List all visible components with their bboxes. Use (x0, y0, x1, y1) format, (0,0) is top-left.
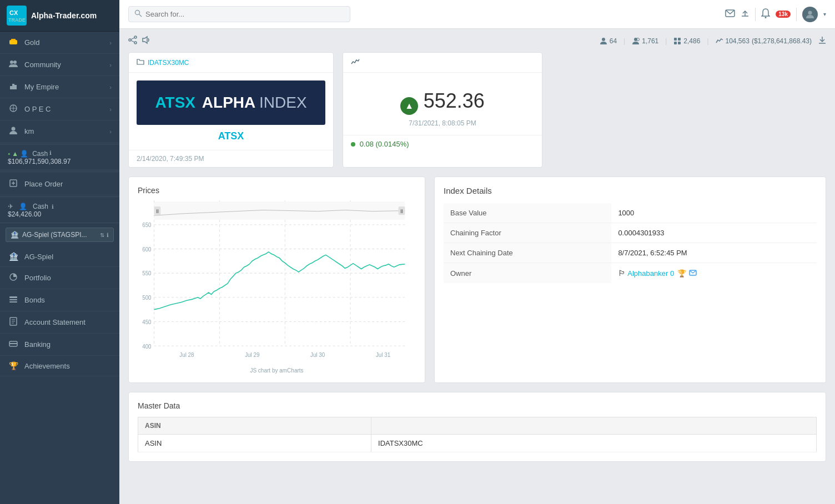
sidebar-item-achievements-label: Achievements (24, 362, 112, 370)
upload-topbar-icon[interactable] (741, 9, 750, 20)
empire-icon (8, 82, 19, 92)
details-val-next-chaining: 8/7/2021, 6:52:45 PM (611, 243, 817, 263)
svg-point-4 (10, 61, 13, 64)
master-data-table: ASIN ASIN IDATSX30MC (138, 417, 817, 452)
account-name: AG-Spiel (STAGSPI... (22, 231, 98, 239)
sidebar-item-banking-label: Banking (24, 340, 112, 349)
sidebar-item-opec[interactable]: O P E C › (0, 98, 119, 120)
details-val-chaining: 0.0004301933 (611, 223, 817, 243)
sidebar-item-place-order[interactable]: Place Order (0, 173, 119, 195)
svg-rect-8 (14, 85, 17, 89)
svg-point-26 (135, 11, 140, 15)
notification-badge[interactable]: 13k (776, 11, 791, 18)
user-dropdown-icon[interactable]: ▾ (823, 11, 826, 17)
action-bar: 64 | 1,761 | 2,486 | 104,563 ($1,278,641… (128, 36, 826, 47)
sidebar-item-account-statement[interactable]: Account Statement (0, 311, 119, 334)
person-icon-2: 👤 (19, 203, 27, 210)
stat-users-value: 64 (610, 37, 617, 45)
sidebar-divider-3 (0, 196, 119, 197)
achievements-icon: 🏆 (8, 361, 19, 370)
topbar-divider (755, 8, 756, 21)
svg-point-12 (12, 127, 16, 131)
sidebar-item-ag-spiel-label: AG-Spiel (24, 253, 112, 261)
index-folder-link[interactable]: IDATSX30MC (148, 59, 189, 67)
svg-point-5 (13, 61, 17, 64)
action-left (128, 36, 150, 47)
owner-link[interactable]: Alphabanker 0 (627, 269, 674, 278)
sidebar-item-km-label: km (24, 127, 109, 135)
user-avatar[interactable] (802, 7, 818, 22)
app-name: Alpha-Trader.com (31, 11, 97, 20)
index-logo-alpha: ALPHA (202, 94, 255, 111)
sidebar-item-community[interactable]: Community › (0, 54, 119, 76)
place-order-icon (8, 179, 19, 189)
portfolio-icon (8, 273, 19, 283)
logo-icon: CX TRADER (7, 6, 27, 26)
stat-transactions-value: 104,563 (726, 37, 750, 45)
topbar-right: 13k ▾ (725, 7, 826, 22)
svg-point-31 (765, 17, 767, 18)
account-statement-icon (8, 317, 19, 327)
sound-icon[interactable] (142, 36, 150, 47)
stat-network: 2,486 (673, 37, 700, 45)
cash-label: Cash (32, 150, 48, 158)
airplane-icon: ✈ (8, 203, 13, 210)
account-icon: 🏦 (11, 231, 19, 239)
details-card: Index Details Base Value 1000 Chaining F… (434, 177, 826, 383)
mail-topbar-icon[interactable] (725, 9, 735, 19)
svg-rect-7 (12, 84, 14, 89)
cash-amount-2: $24,426.00 (8, 210, 112, 218)
trophy-icon: 🏆 (677, 269, 686, 278)
sidebar-item-bonds[interactable]: Bonds (0, 289, 119, 311)
empire-arrow-icon: › (109, 84, 112, 90)
account-info-icon[interactable]: ℹ (107, 232, 109, 238)
sidebar-item-banking[interactable]: Banking (0, 334, 119, 356)
topbar-divider-2 (796, 8, 797, 21)
price-change: 0.08 (0.0145%) (343, 135, 542, 153)
sidebar-item-my-empire[interactable]: My Empire › (0, 76, 119, 98)
download-icon[interactable] (818, 36, 826, 46)
owner-flag-icon: 🏳 (618, 269, 626, 278)
price-datetime: 7/31/2021, 8:08:05 PM (351, 119, 534, 127)
sidebar-item-opec-label: O P E C (24, 105, 109, 113)
sidebar-item-km[interactable]: km › (0, 120, 119, 143)
person-icon: 👤 (20, 150, 28, 158)
sidebar-item-gold-label: Gold (24, 38, 109, 47)
details-table: Base Value 1000 Chaining Factor 0.000430… (444, 203, 817, 283)
svg-rect-6 (10, 86, 12, 89)
sidebar-item-gold[interactable]: Gold › (0, 32, 119, 54)
details-row-owner: Owner 🏳 Alphabanker 0 🏆 (444, 263, 817, 284)
svg-text:CX: CX (9, 9, 18, 16)
bonds-icon (8, 295, 19, 305)
account-selector[interactable]: 🏦 AG-Spiel (STAGSPI... ⇅ ℹ (6, 228, 114, 242)
details-val-owner: 🏳 Alphabanker 0 🏆 (611, 263, 817, 284)
bell-topbar-icon[interactable] (761, 8, 770, 21)
content-area: 64 | 1,761 | 2,486 | 104,563 ($1,278,641… (119, 29, 835, 504)
cash-info-icon[interactable]: ℹ (49, 150, 52, 158)
share-icon[interactable] (128, 36, 137, 47)
ag-spiel-icon: 🏦 (8, 252, 19, 261)
sidebar-item-ag-spiel[interactable]: 🏦 AG-Spiel (0, 246, 119, 267)
search-box[interactable] (128, 6, 350, 22)
index-card-body: ATSX ALPHA INDEX ATSX (129, 73, 333, 150)
svg-line-27 (139, 14, 142, 17)
owner-mail-icon[interactable] (689, 269, 697, 278)
svg-rect-25 (9, 343, 17, 344)
sidebar-item-achievements[interactable]: 🏆 Achievements (0, 356, 119, 376)
svg-text:Jul 29: Jul 29 (245, 351, 259, 358)
svg-text:400: 400 (142, 343, 152, 350)
gold-arrow-icon: › (109, 39, 112, 46)
sidebar-item-portfolio[interactable]: Portfolio (0, 267, 119, 289)
sidebar-divider-2 (0, 172, 119, 172)
sidebar-item-account-statement-label: Account Statement (24, 318, 112, 326)
cash-info-icon-2[interactable]: ℹ (52, 204, 54, 210)
chart-card: Prices (128, 177, 425, 383)
svg-text:650: 650 (142, 222, 152, 229)
search-input[interactable] (145, 10, 344, 18)
svg-text:600: 600 (142, 246, 152, 253)
index-name[interactable]: ATSX (137, 130, 325, 142)
cash-row-2: ✈ 👤 Cash ℹ (8, 203, 112, 210)
svg-text:Jul 31: Jul 31 (376, 351, 390, 358)
stat-divider-1: | (623, 37, 625, 45)
app-logo[interactable]: CX TRADER Alpha-Trader.com (0, 0, 119, 32)
